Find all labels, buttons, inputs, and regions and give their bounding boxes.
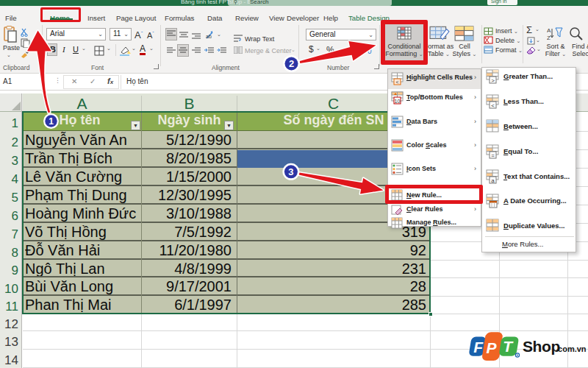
svg-text:10: 10 — [395, 99, 401, 104]
svg-text:P: P — [487, 339, 498, 356]
svg-text:A: A — [547, 27, 551, 34]
svg-text:<: < — [395, 79, 398, 85]
svg-text:<: < — [491, 102, 495, 109]
svg-text:=: = — [491, 152, 495, 159]
svg-text:ab: ab — [206, 34, 212, 39]
svg-text:a: a — [491, 177, 495, 184]
svg-text:Z: Z — [547, 35, 551, 41]
svg-text:Shop: Shop — [523, 338, 560, 355]
svg-text:T: T — [503, 338, 514, 355]
svg-text:F: F — [473, 339, 484, 355]
svg-text:>: > — [491, 77, 495, 84]
svg-text:.com.vn: .com.vn — [556, 344, 587, 353]
